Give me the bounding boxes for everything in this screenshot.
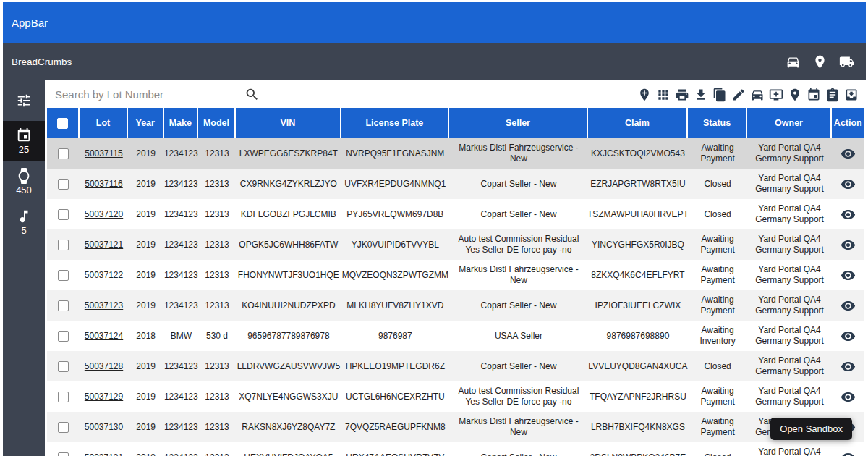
cell-owner: Yard Portal QA4 Germany Support [747, 351, 831, 381]
table-row: 500371312019123412312313HEXVHVIFDJQAYQA5… [47, 442, 864, 456]
column-header-vin[interactable]: VIN [236, 108, 341, 138]
column-header-make[interactable]: Make [164, 108, 198, 138]
select-all-checkbox[interactable] [57, 118, 68, 129]
place-button[interactable] [788, 88, 802, 102]
eye-icon [841, 389, 856, 405]
eye-icon [841, 146, 856, 161]
view-button[interactable] [841, 268, 856, 283]
column-header-claim[interactable]: Claim [588, 108, 688, 138]
cell-license-plate: MQVZEOQN3ZPWTGZMM [341, 260, 449, 290]
place-button[interactable] [812, 54, 827, 69]
breadcrumb-icons [786, 54, 854, 69]
column-header-license-plate[interactable]: License Plate [341, 108, 449, 138]
print-button[interactable] [675, 88, 689, 102]
cell-license-plate: HRX47AAEQSUVRZVZV [341, 442, 449, 456]
view-button[interactable] [841, 207, 856, 222]
column-header-seller[interactable]: Seller [449, 108, 588, 138]
tune-icon [16, 93, 32, 109]
cell-owner: Yard Portal QA4 Germany Support [747, 169, 831, 199]
calendar-icon [807, 88, 821, 102]
lot-link[interactable]: 50037131 [85, 452, 123, 456]
row-checkbox[interactable] [58, 270, 69, 281]
row-checkbox[interactable] [58, 361, 69, 372]
lot-link[interactable]: 50037130 [85, 422, 123, 433]
cell-claim: 9876987698890 [588, 321, 688, 351]
row-checkbox[interactable] [58, 300, 69, 311]
add-to-queue-button[interactable] [769, 88, 783, 102]
lot-link[interactable]: 50037124 [85, 331, 123, 342]
app-bar-title: AppBar [12, 17, 48, 29]
car-button[interactable] [750, 88, 765, 102]
add-to-queue-icon [769, 88, 783, 102]
download-button[interactable] [694, 88, 708, 102]
view-button[interactable] [841, 146, 856, 161]
column-header-lot[interactable]: Lot [80, 108, 128, 138]
cell-year: 2019 [128, 381, 164, 412]
cell-model: 12313 [198, 199, 236, 229]
column-header-action[interactable]: Action [832, 108, 864, 138]
lot-link[interactable]: 50037115 [85, 148, 123, 159]
search-button[interactable] [244, 87, 260, 102]
edit-button[interactable] [731, 88, 746, 102]
clipboard-button[interactable] [825, 88, 840, 102]
lot-link[interactable]: 50037122 [85, 270, 123, 281]
copy-button[interactable] [712, 88, 727, 102]
lot-link[interactable]: 50037121 [85, 240, 123, 250]
column-header-status[interactable]: Status [688, 108, 747, 138]
view-button[interactable] [841, 389, 856, 405]
column-header-select-all[interactable] [47, 108, 80, 138]
header-label: Model [203, 118, 229, 129]
lot-link[interactable]: 50037128 [85, 361, 123, 372]
view-button[interactable] [841, 359, 856, 374]
cell-select [47, 138, 80, 169]
sidebar-item-music-note[interactable]: 5 [3, 202, 45, 242]
table-row: 500371212019123412312313OPGK5JC6WHH86FAT… [47, 229, 864, 260]
lot-link[interactable]: 50037120 [85, 209, 123, 220]
column-header-owner[interactable]: Owner [747, 108, 831, 138]
lot-link[interactable]: 50037116 [85, 179, 123, 190]
app-bar: AppBar [3, 2, 866, 43]
cell-seller: Auto test Commission Residual Yes Seller… [449, 381, 588, 412]
truck-button[interactable] [839, 54, 854, 69]
add-location-button[interactable] [637, 88, 652, 102]
row-checkbox[interactable] [58, 240, 69, 250]
row-checkbox[interactable] [58, 148, 69, 159]
open-sandbox-tooltip[interactable]: Open Sandbox [770, 418, 852, 440]
cell-year: 2019 [128, 169, 164, 199]
view-button[interactable] [841, 237, 856, 253]
search-input[interactable] [55, 88, 244, 101]
cell-seller: USAA Seller [449, 321, 588, 351]
cell-seller: Copart Seller - New [449, 442, 588, 456]
cell-action [832, 138, 864, 169]
row-checkbox[interactable] [58, 331, 69, 342]
cell-action [832, 229, 864, 260]
row-checkbox[interactable] [58, 209, 69, 220]
inbox-button[interactable] [844, 88, 859, 102]
view-button[interactable] [841, 450, 856, 456]
row-checkbox[interactable] [58, 179, 69, 190]
sidebar-item-tune[interactable] [3, 80, 45, 121]
sidebar-item-calendar[interactable]: 25 [3, 121, 45, 161]
cell-lot: 50037123 [80, 290, 128, 321]
sidebar-item-watch[interactable]: 450 [3, 161, 45, 202]
cell-select [47, 412, 80, 442]
cell-seller: Copart Seller - New [449, 351, 588, 381]
grid-button[interactable] [656, 88, 671, 102]
row-checkbox[interactable] [58, 392, 69, 402]
cell-owner: Yard Portal QA4 Germany Support [747, 229, 831, 260]
view-button[interactable] [841, 298, 856, 313]
column-header-model[interactable]: Model [198, 108, 236, 138]
view-button[interactable] [841, 329, 856, 344]
cell-model: 12313 [198, 229, 236, 260]
header-label: VIN [280, 118, 295, 129]
row-checkbox[interactable] [58, 422, 69, 433]
column-header-year[interactable]: Year [128, 108, 164, 138]
view-button[interactable] [841, 177, 856, 192]
row-checkbox[interactable] [58, 452, 69, 456]
car-button[interactable] [786, 54, 801, 69]
eye-icon [841, 207, 856, 222]
calendar-button[interactable] [807, 88, 821, 102]
lot-link[interactable]: 50037129 [85, 392, 123, 402]
lot-link[interactable]: 50037123 [85, 300, 123, 311]
body-row: 254505 LotYearMakeModelVINLicense PlateS… [3, 80, 866, 456]
